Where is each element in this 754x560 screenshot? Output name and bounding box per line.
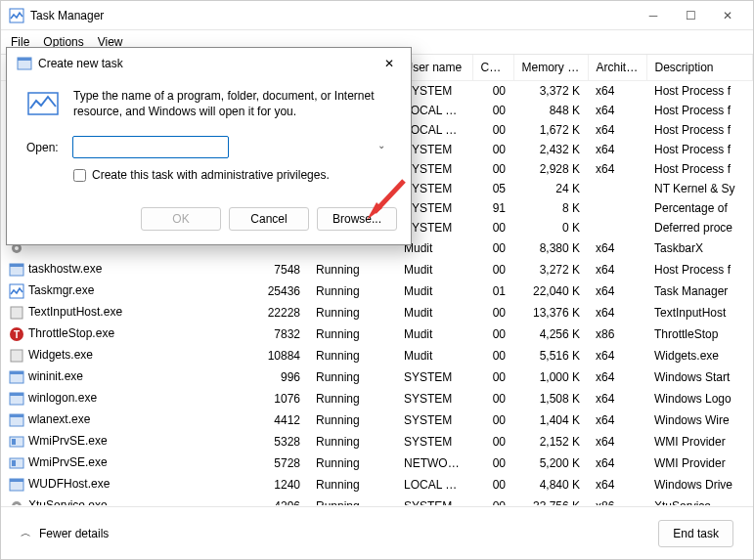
process-icon xyxy=(9,326,24,342)
close-button[interactable]: ✕ xyxy=(718,6,737,25)
process-icon xyxy=(9,348,24,364)
open-input[interactable] xyxy=(72,136,229,158)
end-task-button[interactable]: End task xyxy=(658,520,733,547)
process-icon xyxy=(9,455,24,471)
table-row[interactable]: taskhostw.exe7548RunningMudit003,272 Kx6… xyxy=(1,259,753,280)
dialog-title: Create new task xyxy=(38,57,123,70)
table-row[interactable]: wlanext.exe4412RunningSYSTEM001,404 Kx64… xyxy=(1,409,753,431)
process-icon xyxy=(9,477,24,493)
process-icon xyxy=(9,391,24,407)
table-row[interactable]: wininit.exe996RunningSYSTEM001,000 Kx64W… xyxy=(1,366,753,388)
col-desc[interactable]: Description xyxy=(646,55,753,81)
process-icon xyxy=(9,262,24,278)
table-row[interactable]: WUDFHost.exe1240RunningLOCAL SE...004,84… xyxy=(1,474,753,495)
col-cpu[interactable]: CPU xyxy=(472,55,513,81)
titlebar: Task Manager ─ ☐ ✕ xyxy=(1,1,753,30)
table-row[interactable]: ThrottleStop.exe7832RunningMudit004,256 … xyxy=(1,323,753,345)
dialog-description: Type the name of a program, folder, docu… xyxy=(73,89,391,119)
col-arch[interactable]: Archite... xyxy=(588,55,646,81)
process-icon xyxy=(9,369,24,385)
window-title: Task Manager xyxy=(30,9,643,22)
admin-checkbox-label: Create this task with administrative pri… xyxy=(92,168,330,182)
dialog-close-button[interactable]: ✕ xyxy=(377,52,401,75)
ok-button[interactable]: OK xyxy=(141,207,221,231)
process-icon xyxy=(9,305,24,321)
app-icon xyxy=(9,8,24,23)
table-row[interactable]: Widgets.exe10884RunningMudit005,516 Kx64… xyxy=(1,345,753,366)
footer: ︿ Fewer details End task xyxy=(1,506,753,559)
browse-button[interactable]: Browse... xyxy=(317,207,397,231)
process-icon xyxy=(9,412,24,428)
table-row[interactable]: XtuService.exe4296RunningSYSTEM0033,756 … xyxy=(1,495,753,505)
chevron-up-icon: ︿ xyxy=(21,526,31,540)
process-icon xyxy=(9,283,24,299)
open-label: Open: xyxy=(26,141,59,154)
col-memory[interactable]: Memory (a... xyxy=(513,55,588,81)
minimize-button[interactable]: ─ xyxy=(643,6,663,25)
table-row[interactable]: WmiPrvSE.exe5728RunningNETWORK...005,200… xyxy=(1,452,753,474)
dialog-icon xyxy=(17,56,32,71)
chevron-down-icon: ⌄ xyxy=(377,140,385,151)
table-row[interactable]: winlogon.exe1076RunningSYSTEM001,508 Kx6… xyxy=(1,388,753,409)
fewer-details-toggle[interactable]: ︿ Fewer details xyxy=(21,526,109,540)
table-row[interactable]: Taskmgr.exe25436RunningMudit0122,040 Kx6… xyxy=(1,280,753,302)
run-icon xyxy=(26,89,60,122)
create-task-dialog: Create new task ✕ Type the name of a pro… xyxy=(6,47,412,245)
fewer-details-label: Fewer details xyxy=(39,527,109,540)
process-icon xyxy=(9,498,24,505)
table-row[interactable]: WmiPrvSE.exe5328RunningSYSTEM002,152 Kx6… xyxy=(1,431,753,452)
table-row[interactable]: TextInputHost.exe22228RunningMudit0013,3… xyxy=(1,302,753,323)
process-icon xyxy=(9,434,24,450)
maximize-button[interactable]: ☐ xyxy=(681,6,700,25)
cancel-button[interactable]: Cancel xyxy=(229,207,309,231)
admin-checkbox[interactable] xyxy=(73,169,86,182)
